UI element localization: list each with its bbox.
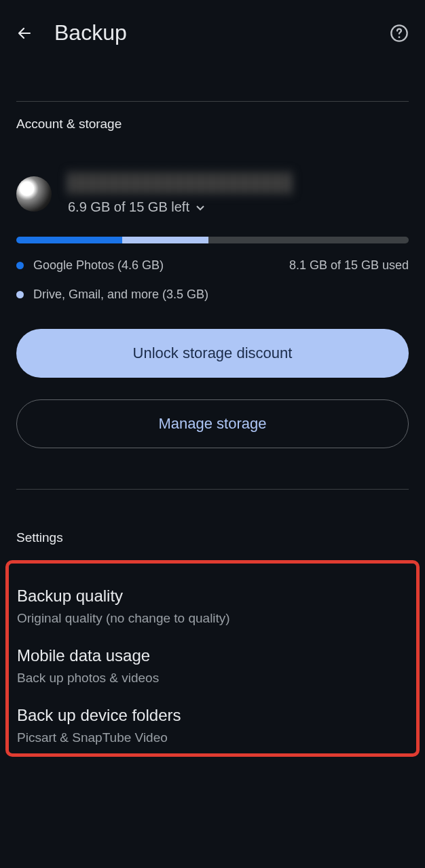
settings-section-header: Settings	[0, 490, 425, 545]
legend-photos-text: Google Photos (4.6 GB)	[33, 258, 164, 273]
unlock-storage-button[interactable]: Unlock storage discount	[16, 329, 409, 378]
settings-item-sub: Original quality (no change to quality)	[17, 611, 408, 626]
account-row[interactable]: 6.9 GB of 15 GB left	[0, 140, 425, 219]
app-header: Backup	[0, 0, 425, 59]
settings-item-mobile-data[interactable]: Mobile data usage Back up photos & video…	[17, 626, 408, 686]
page-title: Backup	[54, 20, 127, 45]
account-info: 6.9 GB of 15 GB left	[68, 172, 409, 215]
help-icon[interactable]	[390, 24, 409, 43]
svg-point-1	[399, 36, 401, 38]
manage-storage-button[interactable]: Manage storage	[16, 399, 409, 448]
settings-item-title: Mobile data usage	[17, 646, 408, 665]
legend-dot-photos	[16, 262, 24, 269]
highlight-annotation-box: Backup quality Original quality (no chan…	[5, 560, 420, 757]
settings-item-title: Backup quality	[17, 587, 408, 606]
legend-drive-text: Drive, Gmail, and more (3.5 GB)	[33, 288, 208, 302]
storage-left-text: 6.9 GB of 15 GB left	[68, 199, 189, 215]
settings-item-title: Back up device folders	[17, 706, 408, 725]
avatar	[16, 176, 52, 212]
storage-bar-photos-segment	[16, 237, 122, 243]
account-section-header: Account & storage	[0, 102, 425, 140]
storage-bar-drive-segment	[122, 237, 208, 243]
storage-legend: Google Photos (4.6 GB) 8.1 GB of 15 GB u…	[0, 243, 425, 302]
account-email-blurred	[68, 172, 292, 194]
storage-bar	[16, 237, 409, 243]
chevron-down-icon	[196, 201, 204, 214]
settings-item-sub: Picsart & SnapTube Video	[17, 730, 408, 745]
storage-used-text: 8.1 GB of 15 GB used	[289, 258, 409, 273]
back-button[interactable]	[16, 25, 33, 41]
storage-bar-free-segment	[208, 237, 409, 243]
settings-item-sub: Back up photos & videos	[17, 671, 408, 686]
legend-dot-drive	[16, 291, 24, 298]
settings-item-backup-quality[interactable]: Backup quality Original quality (no chan…	[17, 566, 408, 626]
settings-item-device-folders[interactable]: Back up device folders Picsart & SnapTub…	[17, 686, 408, 745]
